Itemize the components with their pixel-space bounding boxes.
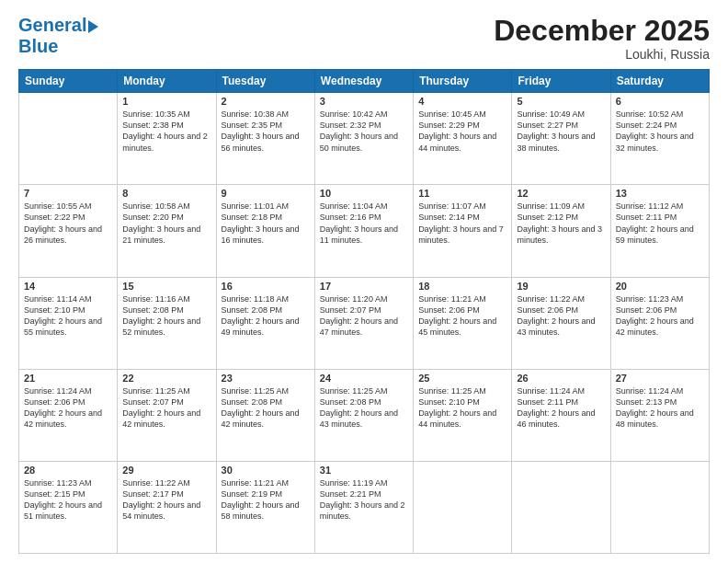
calendar-cell: 4Sunrise: 10:45 AMSunset: 2:29 PMDayligh… [414,93,512,185]
day-header-saturday: Saturday [610,70,709,93]
day-header-friday: Friday [512,70,610,93]
day-number: 29 [122,465,210,476]
calendar-cell: 23Sunrise: 11:25 AMSunset: 2:08 PMDaylig… [216,369,314,461]
day-number: 27 [616,373,704,384]
day-number: 22 [122,373,210,384]
logo: General Blue [18,15,98,57]
day-info: Sunrise: 11:04 AMSunset: 2:16 PMDaylight… [320,201,408,246]
logo-arrow-icon [88,20,98,33]
calendar-cell: 1Sunrise: 10:35 AMSunset: 2:38 PMDayligh… [118,93,216,185]
calendar-table: SundayMondayTuesdayWednesdayThursdayFrid… [18,69,710,554]
day-info: Sunrise: 11:22 AMSunset: 2:06 PMDaylight… [517,293,605,339]
day-info: Sunrise: 11:23 AMSunset: 2:06 PMDaylight… [616,293,704,339]
day-number: 9 [222,188,310,199]
day-number: 12 [517,188,605,199]
calendar-cell: 25Sunrise: 11:25 AMSunset: 2:10 PMDaylig… [414,369,512,461]
day-number: 16 [222,281,310,292]
day-number: 20 [616,281,704,292]
day-header-tuesday: Tuesday [216,70,314,93]
day-header-monday: Monday [118,70,216,93]
day-number: 6 [616,96,704,107]
calendar-cell: 17Sunrise: 11:20 AMSunset: 2:07 PMDaylig… [314,277,413,369]
day-number: 30 [222,465,310,476]
calendar-cell: 7Sunrise: 10:55 AMSunset: 2:22 PMDayligh… [19,185,118,277]
day-number: 25 [418,373,506,384]
day-info: Sunrise: 10:38 AMSunset: 2:35 PMDaylight… [222,109,310,154]
calendar-cell: 16Sunrise: 11:18 AMSunset: 2:08 PMDaylig… [216,277,314,369]
day-info: Sunrise: 11:24 AMSunset: 2:13 PMDaylight… [616,385,704,431]
day-info: Sunrise: 11:25 AMSunset: 2:07 PMDaylight… [122,385,210,431]
calendar-cell: 11Sunrise: 11:07 AMSunset: 2:14 PMDaylig… [414,185,512,277]
calendar-cell: 13Sunrise: 11:12 AMSunset: 2:11 PMDaylig… [610,185,709,277]
day-number: 8 [122,188,210,199]
calendar-cell: 21Sunrise: 11:24 AMSunset: 2:06 PMDaylig… [19,369,118,461]
calendar-cell: 18Sunrise: 11:21 AMSunset: 2:06 PMDaylig… [414,277,512,369]
day-info: Sunrise: 10:49 AMSunset: 2:27 PMDaylight… [517,109,605,154]
day-number: 11 [418,188,506,199]
page: General Blue December 2025 Loukhi, Russi… [0,0,728,563]
calendar-cell: 14Sunrise: 11:14 AMSunset: 2:10 PMDaylig… [19,277,118,369]
location: Loukhi, Russia [494,47,710,62]
calendar-cell: 15Sunrise: 11:16 AMSunset: 2:08 PMDaylig… [118,277,216,369]
day-info: Sunrise: 11:22 AMSunset: 2:17 PMDaylight… [122,477,210,523]
day-info: Sunrise: 11:21 AMSunset: 2:19 PMDaylight… [222,477,310,523]
day-info: Sunrise: 11:09 AMSunset: 2:12 PMDaylight… [517,201,605,246]
day-info: Sunrise: 11:16 AMSunset: 2:08 PMDaylight… [122,293,210,339]
calendar-week-row: 14Sunrise: 11:14 AMSunset: 2:10 PMDaylig… [19,277,710,369]
day-info: Sunrise: 11:25 AMSunset: 2:08 PMDaylight… [222,385,310,431]
day-number: 5 [517,96,605,107]
calendar-header-row: SundayMondayTuesdayWednesdayThursdayFrid… [19,70,710,93]
calendar-cell: 9Sunrise: 11:01 AMSunset: 2:18 PMDayligh… [216,185,314,277]
calendar-cell: 8Sunrise: 10:58 AMSunset: 2:20 PMDayligh… [118,185,216,277]
logo-general: General [18,15,86,36]
day-number: 3 [320,96,408,107]
day-number: 10 [320,188,408,199]
title-block: December 2025 Loukhi, Russia [494,15,710,62]
month-title: December 2025 [494,15,710,47]
day-info: Sunrise: 11:19 AMSunset: 2:21 PMDaylight… [320,477,408,523]
day-info: Sunrise: 11:01 AMSunset: 2:18 PMDaylight… [222,201,310,246]
day-info: Sunrise: 10:52 AMSunset: 2:24 PMDaylight… [616,109,704,154]
day-header-wednesday: Wednesday [314,70,413,93]
day-number: 13 [616,188,704,199]
calendar-week-row: 1Sunrise: 10:35 AMSunset: 2:38 PMDayligh… [19,93,710,185]
day-number: 1 [122,96,210,107]
calendar-cell: 20Sunrise: 11:23 AMSunset: 2:06 PMDaylig… [610,277,709,369]
day-header-sunday: Sunday [19,70,118,93]
day-info: Sunrise: 11:25 AMSunset: 2:10 PMDaylight… [418,385,506,431]
calendar-week-row: 7Sunrise: 10:55 AMSunset: 2:22 PMDayligh… [19,185,710,277]
day-header-thursday: Thursday [414,70,512,93]
calendar-cell: 28Sunrise: 11:23 AMSunset: 2:15 PMDaylig… [19,461,118,553]
calendar-cell [610,461,709,553]
day-info: Sunrise: 10:55 AMSunset: 2:22 PMDaylight… [24,201,112,246]
calendar-cell [414,461,512,553]
calendar-cell: 10Sunrise: 11:04 AMSunset: 2:16 PMDaylig… [314,185,413,277]
day-number: 24 [320,373,408,384]
calendar-cell: 3Sunrise: 10:42 AMSunset: 2:32 PMDayligh… [314,93,413,185]
calendar-cell: 27Sunrise: 11:24 AMSunset: 2:13 PMDaylig… [610,369,709,461]
calendar-cell: 30Sunrise: 11:21 AMSunset: 2:19 PMDaylig… [216,461,314,553]
calendar-cell: 22Sunrise: 11:25 AMSunset: 2:07 PMDaylig… [118,369,216,461]
day-number: 31 [320,465,408,476]
day-info: Sunrise: 11:24 AMSunset: 2:11 PMDaylight… [517,385,605,431]
calendar-week-row: 28Sunrise: 11:23 AMSunset: 2:15 PMDaylig… [19,461,710,553]
calendar-cell: 6Sunrise: 10:52 AMSunset: 2:24 PMDayligh… [610,93,709,185]
logo-blue: Blue [18,36,58,56]
header: General Blue December 2025 Loukhi, Russi… [18,15,710,62]
day-info: Sunrise: 10:45 AMSunset: 2:29 PMDaylight… [418,109,506,154]
day-number: 26 [517,373,605,384]
day-number: 18 [418,281,506,292]
calendar-cell: 24Sunrise: 11:25 AMSunset: 2:08 PMDaylig… [314,369,413,461]
day-info: Sunrise: 11:07 AMSunset: 2:14 PMDaylight… [418,201,506,246]
day-number: 19 [517,281,605,292]
calendar-cell: 29Sunrise: 11:22 AMSunset: 2:17 PMDaylig… [118,461,216,553]
day-number: 23 [222,373,310,384]
calendar-cell: 5Sunrise: 10:49 AMSunset: 2:27 PMDayligh… [512,93,610,185]
day-info: Sunrise: 11:14 AMSunset: 2:10 PMDaylight… [24,293,112,339]
day-info: Sunrise: 11:18 AMSunset: 2:08 PMDaylight… [222,293,310,339]
day-info: Sunrise: 11:20 AMSunset: 2:07 PMDaylight… [320,293,408,339]
calendar-cell [512,461,610,553]
calendar-cell: 26Sunrise: 11:24 AMSunset: 2:11 PMDaylig… [512,369,610,461]
day-info: Sunrise: 11:24 AMSunset: 2:06 PMDaylight… [24,385,112,431]
calendar-cell [19,93,118,185]
